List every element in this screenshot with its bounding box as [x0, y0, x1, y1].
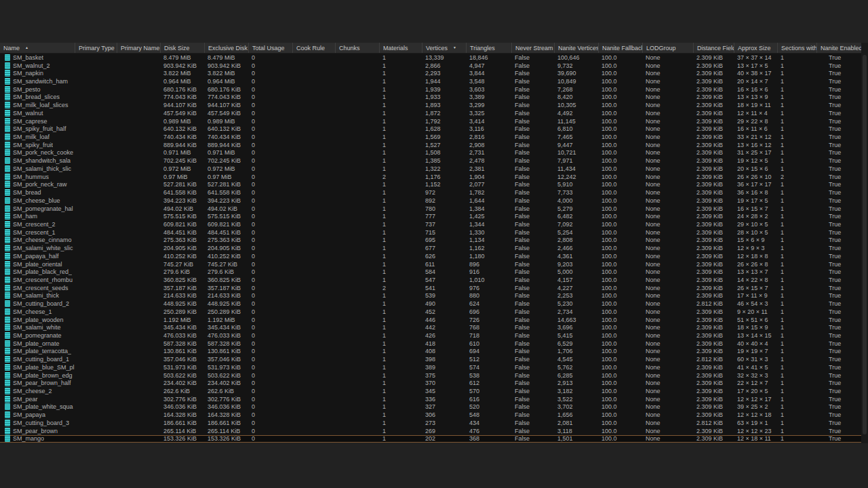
column-header-nanite-fallback[interactable]: Nanite Fallback	[598, 43, 642, 53]
table-row[interactable]: SM_papaya164.328 KiB164.328 KiB01306548F…	[0, 411, 861, 419]
column-header-total-usage[interactable]: Total Usage	[248, 43, 292, 53]
table-row[interactable]: SM_cheese_1250.289 KiB250.289 KiB0145269…	[0, 308, 861, 316]
table-row[interactable]: SM_shandwitch_sala702.245 KiB702.245 KiB…	[0, 157, 861, 165]
table-row[interactable]: SM_plate_brown_edg503.622 KiB503.622 KiB…	[0, 371, 861, 380]
cell-lod-group: None	[642, 165, 693, 172]
cell-name: SM_milk_loaf_slices	[0, 102, 75, 108]
column-header-primary-type[interactable]: Primary Type	[75, 43, 117, 53]
table-row[interactable]: SM_pear_brown_half234.402 KiB234.402 KiB…	[0, 379, 861, 387]
table-row[interactable]: SM_crescent_2609.821 KiB609.821 KiB01737…	[0, 220, 861, 228]
column-header-nanite-enabled[interactable]: Nanite Enabled	[816, 43, 861, 53]
column-label: Distance Field	[697, 45, 734, 52]
table-row[interactable]: SM_plate_black_red_279.6 KiB279.6 KiB015…	[0, 268, 861, 276]
table-row[interactable]: SM_cheese_cinnamo275.363 KiB275.363 KiB0…	[0, 237, 861, 245]
cell-triangles: 2,816	[466, 134, 511, 140]
table-row[interactable]: SM_plate_wooden1.192 MiB1.192 MiB0144672…	[0, 316, 861, 324]
table-row[interactable]: SM_sandwitch_ham0.964 MiB0.964 MiB011,94…	[0, 77, 861, 85]
column-header-exclusive-disk[interactable]: Exclusive Disk	[204, 43, 248, 53]
cell-disk-size: 262.6 KiB	[160, 388, 204, 394]
table-row[interactable]: SM_hummus0.97 MiB0.97 MiB021,1761,904Fal…	[0, 173, 861, 181]
cell-triangles: 1,425	[466, 213, 511, 220]
cell-nanite-fallback: 100.0	[598, 253, 642, 260]
table-row[interactable]: SM_pear302.776 KiB302.776 KiB01336616Fal…	[0, 395, 861, 403]
column-header-triangles[interactable]: Triangles	[466, 43, 511, 53]
cell-total-usage: 0	[248, 237, 292, 243]
column-header-primary-name[interactable]: Primary Name	[117, 43, 160, 53]
cell-nanite-vertices: 5,762	[554, 364, 598, 371]
table-row[interactable]: SM_ham575.515 KiB575.515 KiB017771,425Fa…	[0, 212, 861, 220]
cell-distance-field: 2.812 KiB	[693, 420, 734, 426]
table-row[interactable]: SM_caprese0.989 MiB0.989 MiB011,7923,414…	[0, 117, 861, 125]
column-header-cook-rule[interactable]: Cook Rule	[292, 43, 335, 53]
table-row[interactable]: SM_salami_thick214.633 KiB214.633 KiB015…	[0, 292, 861, 300]
static-mesh-icon	[5, 332, 10, 339]
table-row[interactable]: SM_pomegranate476.033 KiB476.033 KiB0142…	[0, 331, 861, 340]
cell-triangles: 624	[466, 300, 511, 307]
column-header-nanite-vertices[interactable]: Nanite Vertices	[554, 43, 598, 53]
column-header-vertices[interactable]: Vertices▼	[422, 43, 466, 53]
table-row[interactable]: SM_pesto680.176 KiB680.176 KiB011,9393,6…	[0, 85, 861, 94]
table-row[interactable]: SM_papaya_half410.252 KiB410.252 KiB0162…	[0, 252, 861, 260]
column-header-lod-group[interactable]: LODGroup	[642, 43, 693, 53]
cell-exclusive-disk: 394.223 KiB	[204, 197, 248, 204]
table-row[interactable]: SM_spiky_fruit889.944 KiB889.944 KiB011,…	[0, 141, 861, 149]
table-row[interactable]: SM_salami_thick_slic0.972 MiB0.972 MiB01…	[0, 165, 861, 173]
table-row[interactable]: SM_basket8.479 MiB8.479 MiB0113,33918,84…	[0, 54, 861, 62]
table-row[interactable]: SM_cutting_board_3186.661 KiB186.661 KiB…	[0, 419, 861, 427]
cell-exclusive-disk: 279.6 KiB	[204, 268, 248, 275]
table-row[interactable]: SM_plate_blue_SM_pl531.973 KiB531.973 Ki…	[0, 363, 861, 371]
table-row[interactable]: SM_cheese_blue394.223 KiB394.223 KiB0189…	[0, 197, 861, 205]
table-row[interactable]: SM_bread_slices774.043 KiB774.043 KiB011…	[0, 94, 861, 102]
table-row[interactable]: SM_crescent_rhombu360.825 KiB360.825 KiB…	[0, 276, 861, 284]
table-row[interactable]: SM_pork_neck_cooke0.971 MiB0.971 MiB011,…	[0, 149, 861, 157]
table-row[interactable]: SM_walnut457.549 KiB457.549 KiB011,8723,…	[0, 109, 861, 117]
vertical-scrollbar[interactable]	[861, 43, 868, 443]
asset-name: SM_crescent_1	[13, 229, 56, 236]
table-row[interactable]: SM_pomegranate_hal494.02 KiB494.02 KiB01…	[0, 205, 861, 213]
table-row[interactable]: SM_plate_terracotta_130.861 KiB130.861 K…	[0, 348, 861, 356]
table-row[interactable]: SM_milk_loaf740.434 KiB740.434 KiB011,56…	[0, 133, 861, 141]
table-row[interactable]: SM_plate_ornate587.328 KiB587.328 KiB014…	[0, 340, 861, 348]
table-row[interactable]: SM_cutting_board_2448.925 KiB448.925 KiB…	[0, 300, 861, 308]
cell-materials: 1	[379, 428, 422, 434]
cell-nanite-vertices: 7,971	[554, 157, 598, 164]
table-row[interactable]: SM_spiky_fruit_half640.132 KiB640.132 Ki…	[0, 125, 861, 133]
table-row[interactable]: SM_cutting_board_1357.046 KiB357.046 KiB…	[0, 355, 861, 363]
table-row[interactable]: SM_walnut_2903.942 KiB903.942 KiB012,866…	[0, 62, 861, 70]
cell-distance-field: 2.309 KiB	[693, 292, 734, 299]
column-header-distance-field[interactable]: Distance Field	[693, 43, 734, 53]
column-header-disk-size[interactable]: Disk Size	[160, 43, 204, 53]
cell-nanite-enabled: True	[816, 348, 861, 354]
table-row[interactable]: SM_salami_white345.434 KiB345.434 KiB014…	[0, 323, 861, 331]
column-header-chunks[interactable]: Chunks	[335, 43, 379, 53]
cell-nanite-enabled: True	[816, 229, 861, 236]
table-row[interactable]: SM_napkin3.822 MiB3.822 MiB012,2933,844F…	[0, 69, 861, 77]
table-row[interactable]: SM_pork_neck_raw527.281 KiB527.281 KiB01…	[0, 181, 861, 189]
cell-total-usage: 0	[248, 356, 292, 363]
table-row[interactable]: SM_cheese_2262.6 KiB262.6 KiB01345570Fal…	[0, 387, 861, 395]
table-row[interactable]: SM_pear_brown265.114 KiB265.114 KiB01269…	[0, 427, 861, 435]
cell-nanite-enabled: True	[816, 213, 861, 220]
cell-nanite-enabled: True	[816, 396, 861, 403]
column-header-approx-size[interactable]: Approx Size	[734, 43, 777, 53]
cell-materials: 1	[379, 70, 422, 77]
table-row[interactable]: SM_plate_oriental745.27 KiB745.27 KiB016…	[0, 260, 861, 268]
asset-name: SM_spiky_fruit	[13, 142, 53, 148]
cell-never-stream: False	[511, 356, 554, 363]
column-header-never-stream[interactable]: Never Stream	[511, 43, 554, 53]
column-header-materials[interactable]: Materials	[379, 43, 422, 53]
table-row[interactable]: SM_plate_white_squa346.036 KiB346.036 Ki…	[0, 403, 861, 411]
cell-vertices: 418	[422, 340, 466, 347]
column-header-sections-with-collision[interactable]: Sections with C	[777, 43, 816, 53]
cell-never-stream: False	[511, 253, 554, 260]
table-row[interactable]: SM_milk_loaf_slices944.107 KiB944.107 Ki…	[0, 101, 861, 109]
cell-approx-size: 18 × 19 × 11	[734, 102, 777, 108]
table-row[interactable]: SM_crescent_seeds357.187 KiB357.187 KiB0…	[0, 284, 861, 292]
table-row[interactable]: SM_bread641.558 KiB641.558 KiB019721,782…	[0, 188, 861, 197]
scrollbar-thumb[interactable]	[863, 55, 867, 434]
table-row[interactable]: SM_mango153.326 KiB153.326 KiB01202368Fa…	[0, 435, 861, 443]
table-row[interactable]: SM_crescent_1484.451 KiB484.451 KiB01715…	[0, 228, 861, 237]
column-header-name[interactable]: Name▲	[0, 43, 75, 53]
table-row[interactable]: SM_salami_white_slic204.905 KiB204.905 K…	[0, 244, 861, 252]
cell-disk-size: 345.434 KiB	[160, 324, 204, 331]
